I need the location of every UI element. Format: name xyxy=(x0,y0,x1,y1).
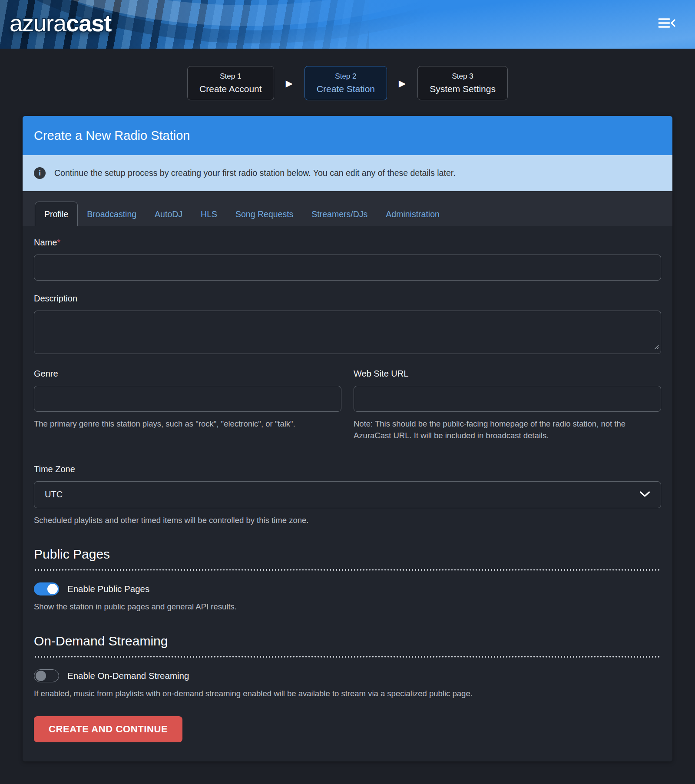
website-url-field-group: Web Site URL Note: This should be the pu… xyxy=(354,369,661,442)
genre-label: Genre xyxy=(34,369,341,379)
timezone-label: Time Zone xyxy=(34,464,661,474)
tab-song-requests[interactable]: Song Requests xyxy=(226,202,302,226)
menu-open-icon[interactable] xyxy=(658,17,676,30)
on-demand-toggle-label: Enable On-Demand Streaming xyxy=(67,671,189,681)
step-label: System Settings xyxy=(430,84,496,94)
public-pages-toggle-label: Enable Public Pages xyxy=(67,584,149,594)
chevron-down-icon xyxy=(639,490,650,500)
timezone-selected-value: UTC xyxy=(45,490,63,500)
section-divider xyxy=(34,569,661,571)
tab-profile[interactable]: Profile xyxy=(35,202,78,226)
step-number: Step 3 xyxy=(430,72,496,81)
step-arrow-icon: ▶ xyxy=(286,79,293,88)
on-demand-toggle[interactable] xyxy=(34,669,59,682)
app-header: azuracast xyxy=(0,0,695,49)
info-icon: i xyxy=(34,167,46,179)
profile-tab-panel: Name* Description Genre The primary genr… xyxy=(23,226,672,761)
step-number: Step 1 xyxy=(199,72,262,81)
description-label: Description xyxy=(34,294,661,304)
info-banner-text: Continue the setup process by creating y… xyxy=(54,168,456,178)
step-label: Create Account xyxy=(199,84,262,94)
resize-grip-icon[interactable] xyxy=(653,344,659,351)
public-pages-heading: Public Pages xyxy=(34,547,661,562)
step-item-create-account: Step 1 Create Account xyxy=(187,66,274,100)
name-input[interactable] xyxy=(34,255,661,281)
tab-autodj[interactable]: AutoDJ xyxy=(146,202,192,226)
page-title: Create a New Radio Station xyxy=(34,129,190,143)
genre-help: The primary genre this station plays, su… xyxy=(34,418,341,430)
public-pages-toggle[interactable] xyxy=(34,582,59,595)
section-divider xyxy=(34,656,661,658)
tab-hls[interactable]: HLS xyxy=(192,202,226,226)
tab-streamers-djs[interactable]: Streamers/DJs xyxy=(302,202,377,226)
step-label: Create Station xyxy=(317,84,375,94)
website-url-label: Web Site URL xyxy=(354,369,661,379)
genre-input[interactable] xyxy=(34,386,341,412)
timezone-help: Scheduled playlists and other timed item… xyxy=(34,515,661,526)
public-pages-help: Show the station in public pages and gen… xyxy=(34,601,661,613)
toggle-knob xyxy=(47,584,58,594)
step-item-create-station: Step 2 Create Station xyxy=(304,66,387,100)
website-url-input[interactable] xyxy=(354,386,661,412)
setup-steps: Step 1 Create Account ▶ Step 2 Create St… xyxy=(0,66,695,100)
card-header: Create a New Radio Station xyxy=(23,116,672,155)
step-arrow-icon: ▶ xyxy=(399,79,406,88)
tab-bar: Profile Broadcasting AutoDJ HLS Song Req… xyxy=(23,191,672,226)
toggle-knob xyxy=(36,671,46,681)
timezone-select[interactable]: UTC xyxy=(34,481,661,508)
info-banner: i Continue the setup process by creating… xyxy=(23,155,672,191)
website-url-help: Note: This should be the public-facing h… xyxy=(354,418,661,442)
create-and-continue-button[interactable]: CREATE AND CONTINUE xyxy=(34,716,182,742)
genre-field-group: Genre The primary genre this station pla… xyxy=(34,369,341,442)
on-demand-help: If enabled, music from playlists with on… xyxy=(34,688,661,700)
azuracast-logo: azuracast xyxy=(10,10,111,36)
step-item-system-settings: Step 3 System Settings xyxy=(417,66,508,100)
step-number: Step 2 xyxy=(317,72,375,81)
tab-broadcasting[interactable]: Broadcasting xyxy=(78,202,146,226)
tab-administration[interactable]: Administration xyxy=(377,202,449,226)
description-textarea[interactable] xyxy=(34,311,661,354)
setup-card: Create a New Radio Station i Continue th… xyxy=(23,116,672,761)
on-demand-heading: On-Demand Streaming xyxy=(34,634,661,648)
required-asterisk: * xyxy=(57,238,60,247)
name-label: Name* xyxy=(34,238,661,248)
